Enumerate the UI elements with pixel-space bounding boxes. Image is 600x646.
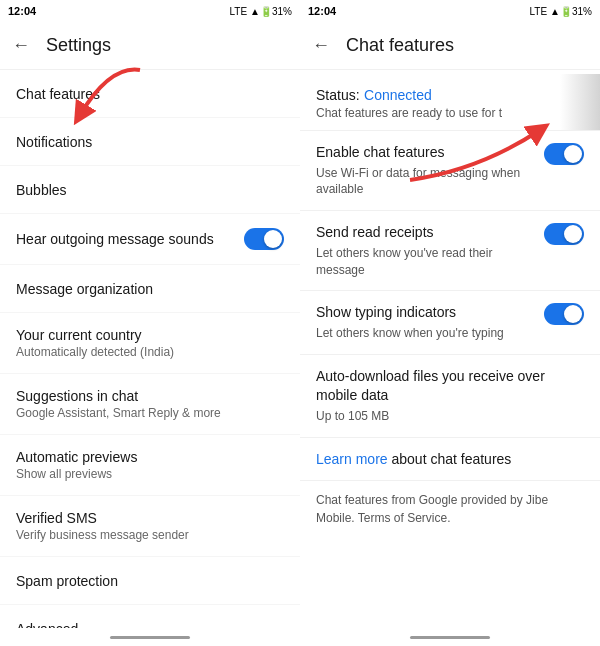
message-org-label: Message organization [16,281,284,297]
hear-sounds-label: Hear outgoing message sounds [16,231,244,247]
status-desc: Chat features are ready to use for t [316,106,584,120]
footer-section: Chat features from Google provided by Ji… [300,481,600,541]
status-section: Status: Connected Chat features are read… [300,74,600,131]
right-home-indicator [300,628,600,646]
status-label: Status: [316,87,360,103]
verified-sms-subtitle: Verify business message sender [16,528,284,542]
settings-item-chat-features[interactable]: Chat features [0,70,300,118]
settings-list: Chat features Notifications Bubbles Hear… [0,70,300,628]
settings-title: Settings [46,35,111,56]
advanced-label: Advanced [16,621,284,629]
settings-item-spam[interactable]: Spam protection [0,557,300,605]
left-status-icons: LTE ▲🔋31% [229,6,292,17]
cf-item-typing[interactable]: Show typing indicators Let others know w… [300,291,600,354]
country-label: Your current country [16,327,284,343]
auto-preview-label: Automatic previews [16,449,284,465]
left-app-bar: ← Settings [0,22,300,70]
country-subtitle: Automatically detected (India) [16,345,284,359]
settings-item-verified-sms[interactable]: Verified SMS Verify business message sen… [0,496,300,557]
settings-item-hear-sounds[interactable]: Hear outgoing message sounds [0,214,300,265]
left-status-bar: 12:04 LTE ▲🔋31% [0,0,300,22]
footer-text: Chat features from Google provided by Ji… [316,491,584,527]
spam-label: Spam protection [16,573,284,589]
auto-preview-subtitle: Show all previews [16,467,284,481]
cf-item-read-receipts[interactable]: Send read receipts Let others know you'v… [300,211,600,291]
suggestions-label: Suggestions in chat [16,388,284,404]
read-receipts-title: Send read receipts [316,223,536,243]
cf-item-auto-download[interactable]: Auto-download files you receive over mob… [300,355,600,438]
right-home-bar [410,636,490,639]
settings-item-advanced[interactable]: Advanced [0,605,300,628]
chat-features-list: Status: Connected Chat features are read… [300,70,600,628]
right-status-icons: LTE ▲🔋31% [529,6,592,17]
settings-item-bubbles[interactable]: Bubbles [0,166,300,214]
home-bar [110,636,190,639]
bubbles-label: Bubbles [16,182,284,198]
typing-subtitle: Let others know when you're typing [316,325,536,342]
read-receipts-toggle[interactable] [544,223,584,245]
cf-item-enable-chat[interactable]: Enable chat features Use Wi-Fi or data f… [300,131,600,211]
settings-item-message-org[interactable]: Message organization [0,265,300,313]
right-back-button[interactable]: ← [312,35,330,56]
battery-icon: ▲🔋31% [250,6,292,17]
settings-item-suggestions[interactable]: Suggestions in chat Google Assistant, Sm… [0,374,300,435]
enable-chat-title: Enable chat features [316,143,536,163]
verified-sms-label: Verified SMS [16,510,284,526]
suggestions-subtitle: Google Assistant, Smart Reply & more [16,406,284,420]
learn-more-text: about chat features [388,451,512,467]
notifications-label: Notifications [16,134,284,150]
chat-features-label: Chat features [16,86,284,102]
back-button[interactable]: ← [12,35,30,56]
enable-chat-toggle[interactable] [544,143,584,165]
auto-download-subtitle: Up to 105 MB [316,408,576,425]
right-signal-icon: LTE [529,6,547,17]
hear-sounds-toggle[interactable] [244,228,284,250]
right-status-bar: 12:04 LTE ▲🔋31% [300,0,600,22]
enable-chat-subtitle: Use Wi-Fi or data for messaging when ava… [316,165,536,199]
right-battery-icon: ▲🔋31% [550,6,592,17]
typing-toggle[interactable] [544,303,584,325]
chat-features-title: Chat features [346,35,454,56]
read-receipts-subtitle: Let others know you've read their messag… [316,245,536,279]
typing-title: Show typing indicators [316,303,536,323]
learn-more-section: Learn more about chat features [300,438,600,481]
status-value: Connected [364,87,432,103]
settings-item-country[interactable]: Your current country Automatically detec… [0,313,300,374]
right-time: 12:04 [308,5,336,17]
left-time: 12:04 [8,5,36,17]
signal-icon: LTE [229,6,247,17]
auto-download-title: Auto-download files you receive over mob… [316,367,576,406]
left-home-indicator [0,628,300,646]
settings-item-notifications[interactable]: Notifications [0,118,300,166]
settings-item-auto-preview[interactable]: Automatic previews Show all previews [0,435,300,496]
right-app-bar: ← Chat features [300,22,600,70]
learn-more-link[interactable]: Learn more [316,451,388,467]
